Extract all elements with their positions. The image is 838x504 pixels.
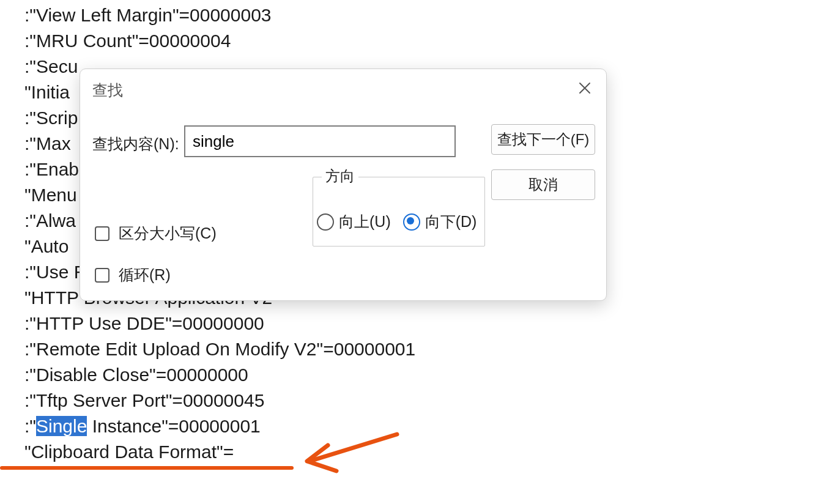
find-dialog-title: 查找 (92, 80, 123, 100)
search-highlight: Single (36, 416, 87, 436)
text-line: :"Disable Close"=00000000 (24, 362, 575, 388)
text-prefix: :" (24, 416, 36, 436)
match-case-label: 区分大小写(C) (119, 223, 217, 243)
text-line: :"View Left Margin"=00000003 (24, 2, 575, 28)
close-button[interactable] (572, 75, 598, 101)
text-line: :"MRU Count"=00000004 (24, 28, 575, 54)
match-case-checkbox[interactable]: 区分大小写(C) (92, 223, 217, 243)
radio-icon (317, 213, 334, 231)
text-line: "Clipboard Data Format"= (24, 439, 575, 465)
direction-group: 方向 向上(U) 向下(D) (313, 177, 485, 246)
match-case-checkbox-input[interactable] (95, 226, 109, 241)
direction-legend: 方向 (322, 166, 358, 186)
cancel-button[interactable]: 取消 (491, 169, 595, 200)
find-input[interactable] (184, 125, 456, 157)
find-content-label: 查找内容(N): (92, 134, 179, 154)
find-next-button[interactable]: 查找下一个(F) (491, 124, 595, 155)
find-dialog: 查找 查找内容(N): 查找下一个(F) 取消 区分大小写(C) 循环(R) 方… (80, 69, 607, 301)
text-line: :"Tftp Server Port"=00000045 (24, 388, 575, 413)
direction-up-label: 向上(U) (339, 212, 391, 232)
radio-icon (403, 213, 420, 231)
text-line: :"Remote Edit Upload On Modify V2"=00000… (24, 336, 575, 362)
wrap-checkbox-input[interactable] (95, 268, 109, 283)
wrap-checkbox[interactable]: 循环(R) (92, 265, 171, 285)
direction-radios: 向上(U) 向下(D) (317, 212, 476, 232)
text-line-highlighted: :"Single Instance"=00000001 (24, 413, 575, 439)
annotation-underline (0, 466, 294, 470)
direction-up-radio[interactable]: 向上(U) (317, 212, 391, 232)
direction-down-label: 向下(D) (425, 212, 477, 232)
direction-down-radio[interactable]: 向下(D) (403, 212, 477, 232)
close-icon (578, 81, 591, 95)
text-rest: Instance"=00000001 (87, 416, 260, 436)
text-line: :"HTTP Use DDE"=00000000 (24, 311, 575, 336)
wrap-label: 循环(R) (119, 265, 171, 285)
